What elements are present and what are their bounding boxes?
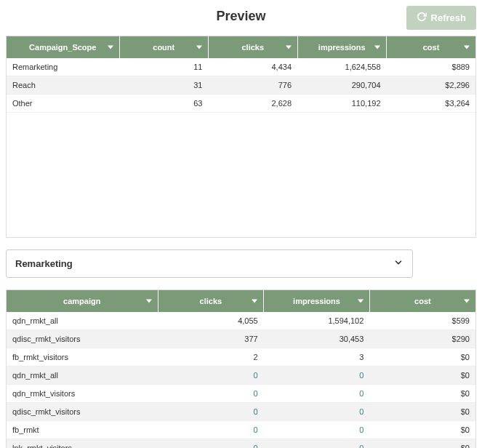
cell-campaign: fb_rmkt [7, 421, 158, 439]
caret-down-icon [146, 300, 152, 303]
cell-clicks: 0 [158, 403, 264, 421]
caret-down-icon [464, 300, 470, 303]
detail-table: campaign clicks impressions cost qdn_rmk… [6, 289, 476, 448]
col-count[interactable]: count [119, 36, 209, 58]
caret-down-icon [464, 46, 470, 49]
col-clicks[interactable]: clicks [158, 290, 264, 312]
cell-impressions: 0 [264, 421, 370, 439]
col-campaign-scope[interactable]: Campaign_Scope [7, 36, 119, 58]
header: Preview Refresh [6, 6, 476, 27]
cell-clicks: 4,055 [158, 312, 264, 330]
table-row: fb_rmkt_visitors23$0 [7, 348, 475, 367]
cell-cost: $599 [369, 312, 475, 330]
cell-impressions: 30,453 [264, 330, 370, 348]
cell-impressions: 0 [264, 403, 370, 421]
col-cost[interactable]: cost [387, 36, 476, 58]
cell-impressions: 0 [264, 439, 370, 449]
cell-impressions: 0 [264, 385, 370, 403]
cell-impressions: 110,192 [297, 95, 387, 113]
page-title: Preview [216, 9, 265, 24]
col-clicks[interactable]: clicks [209, 36, 298, 58]
col-impressions[interactable]: impressions [297, 36, 387, 58]
cell-campaign: qdn_rmkt_all [7, 367, 158, 385]
cell-cost: $0 [369, 439, 475, 449]
cell-clicks: 2 [158, 348, 264, 367]
cell-clicks: 0 [158, 367, 264, 385]
caret-down-icon [358, 300, 363, 303]
table-row: qdn_rmkt_all00$0 [7, 367, 475, 385]
caret-down-icon [374, 46, 380, 49]
cell-cost: $290 [369, 330, 475, 348]
refresh-button[interactable]: Refresh [406, 6, 476, 30]
table-row: fb_rmkt00$0 [7, 421, 475, 439]
table-row: Remarketing114,4341,624,558$889 [7, 58, 475, 76]
refresh-icon [417, 12, 427, 24]
table-row: qdn_rmkt_all4,0551,594,102$599 [7, 312, 475, 330]
cell-cost: $3,264 [387, 95, 476, 113]
cell-campaign: fb_rmkt_visitors [7, 348, 158, 367]
refresh-label: Refresh [431, 12, 466, 23]
table-row: Other632,628110,192$3,264 [7, 95, 475, 113]
cell-campaign: qdisc_rmkt_visitors [7, 330, 158, 348]
cell-clicks: 4,434 [209, 58, 298, 76]
col-cost[interactable]: cost [369, 290, 475, 312]
summary-table: Campaign_Scope count clicks impressions … [6, 36, 476, 238]
cell-count: 11 [119, 58, 209, 76]
table-row: qdisc_rmkt_visitors00$0 [7, 403, 475, 421]
cell-impressions: 290,704 [297, 76, 387, 95]
cell-impressions: 1,624,558 [297, 58, 387, 76]
cell-campaign: qdn_rmkt_all [7, 312, 158, 330]
scope-filter-dropdown[interactable]: Remarketing [6, 249, 413, 278]
table-row: qdisc_rmkt_visitors37730,453$290 [7, 330, 475, 348]
cell-cost: $0 [369, 421, 475, 439]
cell-scope: Remarketing [7, 58, 119, 76]
cell-scope: Other [7, 95, 119, 113]
cell-count: 31 [119, 76, 209, 95]
cell-clicks: 0 [158, 421, 264, 439]
table-row: Reach31776290,704$2,296 [7, 76, 475, 95]
col-campaign[interactable]: campaign [7, 290, 158, 312]
cell-count: 63 [119, 95, 209, 113]
cell-impressions: 1,594,102 [264, 312, 370, 330]
cell-cost: $0 [369, 403, 475, 421]
cell-cost: $2,296 [387, 76, 476, 95]
cell-campaign: qdn_rmkt_visitors [7, 385, 158, 403]
detail-header-row: campaign clicks impressions cost [7, 290, 475, 312]
chevron-down-icon [393, 257, 403, 270]
scope-filter-label: Remarketing [15, 258, 73, 269]
caret-down-icon [196, 46, 202, 49]
cell-clicks: 0 [158, 439, 264, 449]
caret-down-icon [108, 46, 113, 49]
cell-clicks: 776 [209, 76, 298, 95]
cell-cost: $0 [369, 348, 475, 367]
cell-scope: Reach [7, 76, 119, 95]
cell-cost: $889 [387, 58, 476, 76]
table-row: qdn_rmkt_visitors00$0 [7, 385, 475, 403]
table-row: lnk_rmkt_visitors00$0 [7, 439, 475, 449]
cell-cost: $0 [369, 385, 475, 403]
cell-cost: $0 [369, 367, 475, 385]
col-impressions[interactable]: impressions [264, 290, 370, 312]
cell-impressions: 0 [264, 367, 370, 385]
cell-clicks: 2,628 [209, 95, 298, 113]
cell-clicks: 377 [158, 330, 264, 348]
cell-campaign: qdisc_rmkt_visitors [7, 403, 158, 421]
cell-campaign: lnk_rmkt_visitors [7, 439, 158, 449]
caret-down-icon [252, 300, 257, 303]
cell-impressions: 3 [264, 348, 370, 367]
cell-clicks: 0 [158, 385, 264, 403]
summary-header-row: Campaign_Scope count clicks impressions … [7, 36, 475, 58]
caret-down-icon [286, 46, 292, 49]
